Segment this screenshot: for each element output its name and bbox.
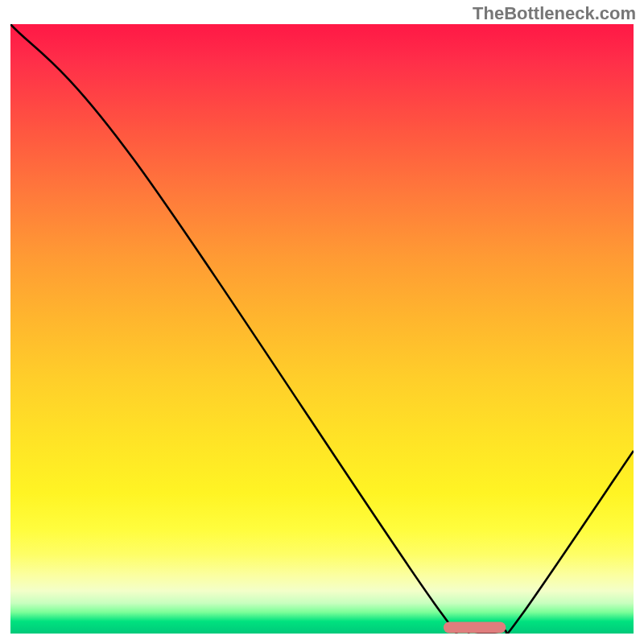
bottleneck-curve-line bbox=[10, 24, 634, 634]
chart-container: TheBottleneck.com bbox=[0, 0, 644, 644]
watermark-text: TheBottleneck.com bbox=[473, 3, 636, 24]
optimal-marker-rect bbox=[444, 621, 506, 633]
optimal-marker bbox=[444, 621, 506, 633]
curve-layer bbox=[10, 24, 634, 634]
plot-area bbox=[10, 24, 634, 634]
curve-path bbox=[10, 24, 634, 634]
